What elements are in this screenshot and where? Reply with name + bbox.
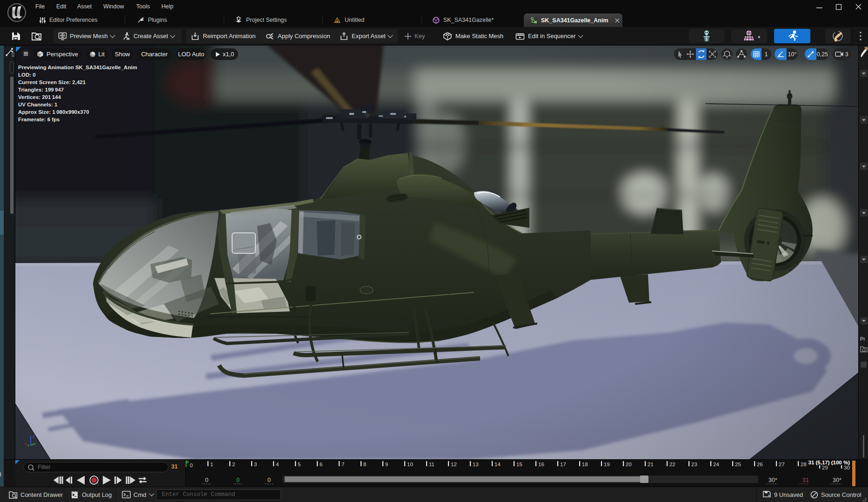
svg-text:26: 26 xyxy=(757,462,763,467)
svg-text:22: 22 xyxy=(669,462,675,467)
svg-text:*: * xyxy=(27,443,30,449)
svg-text:17: 17 xyxy=(560,462,566,467)
svg-text:4: 4 xyxy=(276,462,279,467)
svg-text:0,25: 0,25 xyxy=(817,51,828,58)
svg-text:30*: 30* xyxy=(768,477,777,483)
svg-text:19: 19 xyxy=(604,462,610,467)
svg-text:31 (5,17) (100 %): 31 (5,17) (100 %) xyxy=(808,460,850,465)
svg-text:12: 12 xyxy=(451,462,457,467)
svg-text:30: 30 xyxy=(844,465,850,470)
svg-text:0: 0 xyxy=(267,477,271,483)
svg-text:*: * xyxy=(758,34,761,42)
svg-text:29: 29 xyxy=(822,465,828,470)
svg-text:*: * xyxy=(25,442,27,448)
svg-text:3: 3 xyxy=(254,462,257,467)
svg-text:8: 8 xyxy=(363,462,366,467)
svg-text:28: 28 xyxy=(801,462,807,467)
svg-text:10°: 10° xyxy=(788,51,797,58)
svg-text:0: 0 xyxy=(190,462,193,468)
svg-text:13: 13 xyxy=(473,462,479,467)
svg-text:10: 10 xyxy=(407,462,413,467)
svg-text:31: 31 xyxy=(802,477,809,483)
svg-text:3: 3 xyxy=(845,51,848,58)
svg-text:21: 21 xyxy=(648,462,654,467)
svg-text:11: 11 xyxy=(429,462,434,467)
svg-text:23: 23 xyxy=(691,462,697,467)
svg-text:15: 15 xyxy=(516,462,522,467)
svg-text:9: 9 xyxy=(385,462,388,467)
svg-text:24: 24 xyxy=(713,462,719,467)
svg-text:20: 20 xyxy=(626,462,632,467)
svg-text:*: * xyxy=(768,494,770,499)
svg-text:16: 16 xyxy=(538,462,544,467)
svg-text:z: z xyxy=(33,434,35,439)
svg-text:0: 0 xyxy=(236,477,240,483)
svg-text:1: 1 xyxy=(210,462,213,467)
svg-text:18: 18 xyxy=(582,462,588,467)
svg-text:6: 6 xyxy=(320,462,322,467)
svg-text:14: 14 xyxy=(494,462,501,467)
svg-text:2: 2 xyxy=(232,462,235,467)
svg-text:27: 27 xyxy=(779,462,785,467)
svg-text:25: 25 xyxy=(735,462,741,467)
svg-text:7: 7 xyxy=(341,462,344,467)
svg-text:1: 1 xyxy=(764,51,768,58)
svg-text:30*: 30* xyxy=(833,477,841,483)
svg-text:5: 5 xyxy=(298,462,300,467)
svg-text:0: 0 xyxy=(205,477,208,483)
